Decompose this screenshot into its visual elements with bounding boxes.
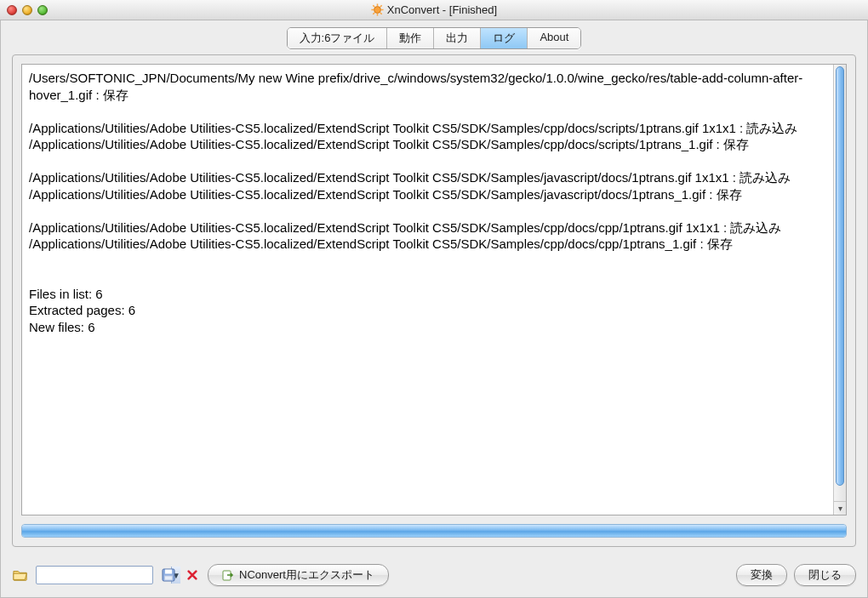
save-icon[interactable] <box>160 567 177 584</box>
progress-bar <box>21 524 847 538</box>
convert-button-label: 変換 <box>751 567 773 583</box>
title-center: XnConvert - [Finished] <box>0 3 868 16</box>
svg-line-7 <box>373 13 374 14</box>
tab-segment: 入力:6ファイル 動作 出力 ログ About <box>287 27 582 49</box>
delete-icon[interactable] <box>184 567 201 584</box>
close-window-button[interactable] <box>7 5 17 15</box>
svg-line-6 <box>380 13 382 14</box>
close-button-label: 閉じる <box>808 567 842 583</box>
log-frame: /Users/SOFTONIC_JPN/Documents/My new Win… <box>21 64 847 515</box>
preset-combo[interactable]: ▼ <box>36 566 153 584</box>
main-panel: /Users/SOFTONIC_JPN/Documents/My new Win… <box>12 54 856 547</box>
svg-rect-11 <box>165 576 173 580</box>
tab-output[interactable]: 出力 <box>434 28 481 48</box>
zoom-window-button[interactable] <box>37 5 48 15</box>
folder-open-icon[interactable] <box>12 567 29 584</box>
export-nconvert-label: NConvert用にエクスポート <box>239 567 374 583</box>
log-textarea[interactable]: /Users/SOFTONIC_JPN/Documents/My new Win… <box>22 65 833 515</box>
tab-action[interactable]: 動作 <box>387 28 434 48</box>
scrollbar-thumb[interactable] <box>836 66 844 486</box>
window-controls <box>7 5 48 15</box>
close-button[interactable]: 閉じる <box>794 564 856 586</box>
tab-log[interactable]: ログ <box>481 28 528 48</box>
tabbar: 入力:6ファイル 動作 出力 ログ About <box>0 20 868 54</box>
preset-combo-input[interactable] <box>37 567 171 584</box>
export-icon <box>222 569 234 581</box>
svg-line-8 <box>380 5 382 7</box>
svg-point-0 <box>374 7 380 14</box>
scrollbar-down-button[interactable]: ▾ <box>834 501 846 515</box>
export-nconvert-button[interactable]: NConvert用にエクスポート <box>208 564 389 586</box>
minimize-window-button[interactable] <box>22 5 32 15</box>
tab-about[interactable]: About <box>528 28 580 48</box>
bottom-toolbar: ▼ NConvert用にエクスポート 変換 閉じる <box>0 555 868 598</box>
convert-button[interactable]: 変換 <box>736 564 787 586</box>
titlebar: XnConvert - [Finished] <box>0 0 868 20</box>
svg-line-5 <box>373 5 374 7</box>
vertical-scrollbar[interactable]: ▾ <box>833 65 846 515</box>
app-window: XnConvert - [Finished] 入力:6ファイル 動作 出力 ログ… <box>0 0 868 598</box>
window-title: XnConvert - [Finished] <box>387 3 497 16</box>
scrollbar-track[interactable] <box>834 65 846 501</box>
svg-rect-10 <box>165 570 172 574</box>
app-icon <box>371 3 384 16</box>
tab-input[interactable]: 入力:6ファイル <box>288 28 388 48</box>
progress-fill <box>22 525 846 537</box>
